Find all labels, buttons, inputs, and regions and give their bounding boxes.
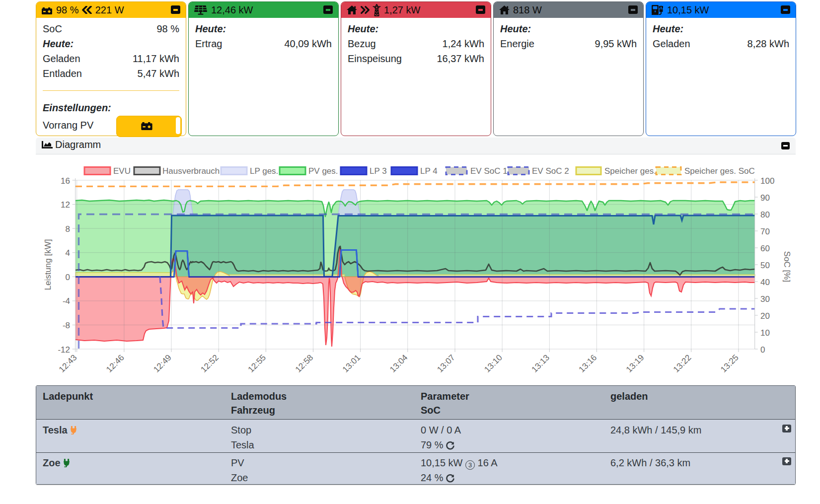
svg-text:Speicher ges.: Speicher ges. <box>604 166 656 176</box>
svg-text:10: 10 <box>760 328 770 338</box>
svg-text:4: 4 <box>66 248 70 258</box>
svg-text:EVU: EVU <box>113 166 131 176</box>
svg-text:Speicher ges. SoC: Speicher ges. SoC <box>684 166 755 176</box>
svg-text:-8: -8 <box>63 321 70 330</box>
svg-text:12:43: 12:43 <box>57 353 79 374</box>
svg-text:PV ges.: PV ges. <box>308 166 338 176</box>
svg-text:0: 0 <box>760 345 765 355</box>
svg-text:12: 12 <box>61 200 70 210</box>
svg-text:13:25: 13:25 <box>719 353 741 374</box>
svg-text:SoC [%]: SoC [%] <box>782 251 792 282</box>
svg-text:30: 30 <box>760 294 770 304</box>
svg-text:70: 70 <box>760 227 770 236</box>
svg-text:13:19: 13:19 <box>624 353 646 374</box>
svg-text:LP 3: LP 3 <box>370 166 387 176</box>
svg-text:13:04: 13:04 <box>388 353 410 374</box>
svg-text:12:49: 12:49 <box>151 353 173 374</box>
svg-text:20: 20 <box>760 311 770 321</box>
svg-text:12:52: 12:52 <box>199 353 221 374</box>
svg-text:0: 0 <box>66 273 70 282</box>
svg-text:13:07: 13:07 <box>435 353 457 374</box>
svg-text:13:13: 13:13 <box>530 353 552 374</box>
svg-text:12:46: 12:46 <box>104 353 126 374</box>
svg-text:16: 16 <box>61 176 70 186</box>
svg-text:13:01: 13:01 <box>341 353 363 374</box>
svg-text:90: 90 <box>760 193 770 203</box>
svg-text:13:16: 13:16 <box>577 353 599 374</box>
svg-text:13:22: 13:22 <box>671 353 693 374</box>
svg-text:LP 4: LP 4 <box>420 166 438 176</box>
svg-text:LP ges.: LP ges. <box>250 166 278 176</box>
svg-text:12:58: 12:58 <box>294 353 315 374</box>
svg-text:13:10: 13:10 <box>482 353 504 374</box>
svg-text:-12: -12 <box>58 345 70 355</box>
svg-text:40: 40 <box>760 278 770 287</box>
svg-text:80: 80 <box>760 210 770 219</box>
svg-text:-4: -4 <box>63 296 70 306</box>
svg-text:Hausverbrauch: Hausverbrauch <box>162 166 220 176</box>
svg-text:50: 50 <box>760 261 770 270</box>
svg-text:EV SoC 2: EV SoC 2 <box>532 166 569 176</box>
svg-text:12:55: 12:55 <box>246 353 268 374</box>
svg-text:100: 100 <box>760 176 774 186</box>
svg-text:EV SoC 1: EV SoC 1 <box>470 166 508 176</box>
svg-text:60: 60 <box>760 244 770 253</box>
svg-text:8: 8 <box>66 224 70 234</box>
svg-text:Leistung [kW]: Leistung [kW] <box>43 239 53 290</box>
